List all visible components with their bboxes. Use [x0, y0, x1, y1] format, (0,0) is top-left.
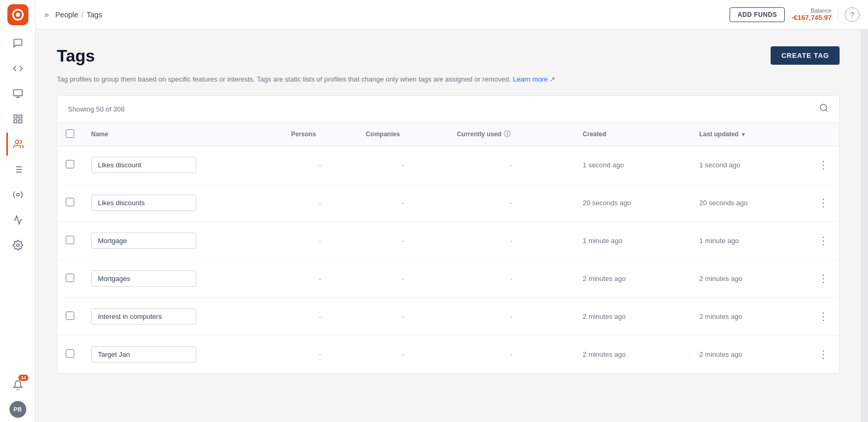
table-row: Interest in computers - - - 2 minutes ag… — [57, 297, 839, 335]
row-more-button[interactable]: ⋮ — [816, 195, 831, 210]
topbar: » People / Tags ADD FUNDS Balance -€167,… — [36, 0, 868, 29]
sidebar-item-code[interactable] — [6, 57, 29, 80]
svg-point-15 — [16, 244, 19, 247]
row-currently-used: - — [448, 259, 574, 297]
tag-name: Target Jan — [91, 346, 196, 363]
th-companies: Companies — [357, 123, 448, 146]
balance-block: Balance -€167,745.97 — [791, 7, 832, 22]
scrollbar[interactable] — [861, 29, 868, 422]
table-row: Likes discount - - - 1 second ago 1 seco… — [57, 146, 839, 184]
row-name-cell: Mortgage — [83, 222, 283, 259]
sidebar-item-contacts[interactable] — [6, 133, 29, 156]
th-created: Created — [574, 123, 691, 146]
balance-value: -€167,745.97 — [791, 14, 832, 22]
sidebar-item-lists[interactable] — [6, 158, 29, 181]
th-currently-used: Currently used ⓘ — [448, 123, 574, 146]
search-button[interactable] — [819, 103, 829, 115]
content-area: Tags CREATE TAG Tag profiles to group th… — [36, 29, 861, 422]
row-created: 1 second ago — [574, 146, 691, 184]
row-created: 2 minutes ago — [574, 335, 691, 373]
row-checkbox[interactable] — [66, 236, 74, 244]
row-persons: - — [283, 222, 357, 259]
row-checkbox-cell — [57, 297, 83, 335]
sidebar-item-analytics[interactable] — [6, 208, 29, 232]
sidebar-item-notifications[interactable]: 34 — [6, 374, 29, 397]
sidebar-item-reports[interactable] — [6, 82, 29, 105]
sidebar-item-chat[interactable] — [6, 32, 29, 55]
topbar-right: ADD FUNDS Balance -€167,745.97 ? — [730, 7, 860, 22]
svg-rect-3 — [14, 115, 17, 118]
breadcrumb-current: Tags — [86, 11, 102, 19]
row-companies: - — [357, 184, 448, 222]
create-tag-button[interactable]: CREATE TAG — [771, 46, 840, 65]
row-name-cell: Likes discounts — [83, 184, 283, 222]
sidebar-item-segments[interactable] — [6, 107, 29, 130]
row-last-updated: 1 minute ago — [691, 222, 808, 259]
row-more-button[interactable]: ⋮ — [816, 347, 831, 361]
row-checkbox[interactable] — [66, 274, 74, 282]
row-created: 2 minutes ago — [574, 259, 691, 297]
row-checkbox-cell — [57, 146, 83, 184]
tag-name: Interest in computers — [91, 308, 196, 325]
select-all-checkbox[interactable] — [66, 129, 74, 138]
svg-rect-6 — [14, 120, 17, 123]
row-name-cell: Interest in computers — [83, 297, 283, 335]
row-checkbox[interactable] — [66, 160, 74, 168]
row-currently-used: - — [448, 222, 574, 259]
row-name-cell: Mortgages — [83, 259, 283, 297]
sidebar-item-automation[interactable] — [6, 183, 29, 206]
tags-table-container: Showing 50 of 308 Name Persons Co — [57, 95, 840, 374]
row-created: 2 minutes ago — [574, 297, 691, 335]
app-logo[interactable] — [7, 4, 28, 25]
row-persons: - — [283, 259, 357, 297]
row-persons: - — [283, 335, 357, 373]
row-companies: - — [357, 146, 448, 184]
th-checkbox — [57, 123, 83, 146]
add-funds-button[interactable]: ADD FUNDS — [730, 7, 785, 22]
sidebar-item-settings[interactable] — [6, 234, 29, 257]
learn-more-link[interactable]: Learn more — [513, 75, 547, 83]
row-currently-used: - — [448, 297, 574, 335]
svg-point-7 — [15, 140, 19, 144]
svg-point-16 — [820, 104, 826, 110]
row-last-updated: 2 minutes ago — [691, 259, 808, 297]
row-checkbox[interactable] — [66, 349, 74, 358]
svg-line-17 — [825, 109, 827, 111]
row-currently-used: - — [448, 146, 574, 184]
tags-table: Name Persons Companies Currently used ⓘ … — [57, 123, 839, 374]
row-persons: - — [283, 297, 357, 335]
avatar[interactable]: PB — [9, 401, 26, 418]
row-name-cell: Likes discount — [83, 146, 283, 184]
currently-used-info-icon[interactable]: ⓘ — [504, 129, 511, 139]
row-created: 1 minute ago — [574, 222, 691, 259]
row-checkbox[interactable] — [66, 312, 74, 320]
row-last-updated: 1 second ago — [691, 146, 808, 184]
tag-name: Likes discount — [91, 157, 196, 173]
row-name-cell: Target Jan — [83, 335, 283, 373]
th-last-updated[interactable]: Last updated ▼ — [691, 123, 808, 146]
tag-name: Mortgages — [91, 270, 196, 287]
row-checkbox[interactable] — [66, 198, 74, 206]
row-last-updated: 20 seconds ago — [691, 184, 808, 222]
table-toolbar: Showing 50 of 308 — [57, 96, 839, 123]
row-more-button[interactable]: ⋮ — [816, 309, 831, 324]
help-button[interactable]: ? — [845, 7, 860, 22]
row-actions-cell: ⋮ — [807, 297, 839, 335]
row-companies: - — [357, 297, 448, 335]
sidebar-expand-button[interactable]: » — [44, 10, 49, 19]
breadcrumb-parent[interactable]: People — [55, 11, 78, 19]
row-more-button[interactable]: ⋮ — [816, 271, 831, 286]
topbar-divider — [838, 8, 839, 21]
tag-name: Mortgage — [91, 233, 196, 249]
svg-rect-5 — [18, 120, 22, 123]
row-actions-cell: ⋮ — [807, 222, 839, 259]
page-header: Tags CREATE TAG — [57, 46, 840, 66]
page-title: Tags — [57, 46, 95, 66]
sidebar: 34 PB — [0, 0, 36, 422]
breadcrumb: People / Tags — [55, 11, 102, 19]
tag-name: Likes discounts — [91, 195, 196, 211]
row-actions-cell: ⋮ — [807, 335, 839, 373]
row-more-button[interactable]: ⋮ — [816, 157, 831, 172]
row-more-button[interactable]: ⋮ — [816, 233, 831, 248]
showing-count: Showing 50 of 308 — [68, 105, 125, 113]
